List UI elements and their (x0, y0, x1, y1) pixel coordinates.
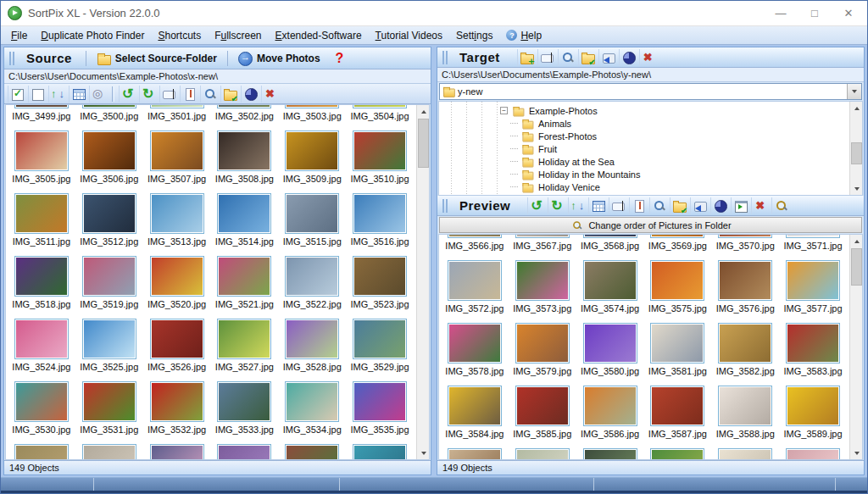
rename-button[interactable] (609, 197, 627, 214)
import-arrow-button[interactable] (598, 49, 617, 66)
photo-thumbnail[interactable] (786, 386, 840, 426)
photo-thumbnail[interactable] (217, 256, 271, 297)
photo-thumbnail[interactable] (786, 448, 840, 459)
photo-thumbnail[interactable] (718, 235, 772, 238)
drag-grip[interactable] (442, 199, 448, 213)
photo-thumbnail[interactable] (650, 386, 704, 426)
photo-thumbnail[interactable] (353, 444, 407, 459)
source-scrollbar[interactable] (416, 105, 429, 459)
sort-arrows-button[interactable] (568, 197, 587, 214)
photo-thumbnail[interactable] (515, 386, 570, 426)
photo-thumbnail[interactable] (82, 105, 136, 108)
file-info-button[interactable] (629, 197, 648, 214)
folder-check-button[interactable] (578, 49, 597, 66)
photo-thumbnail[interactable] (718, 448, 772, 459)
search-button[interactable] (200, 86, 219, 103)
tree-item-fruit[interactable]: Fruit (439, 142, 849, 155)
scrollbar-thumb[interactable] (851, 248, 862, 286)
menu-item-fullscreen[interactable]: Fullscreen (208, 28, 268, 43)
photo-thumbnail[interactable] (353, 319, 407, 359)
chevron-down-icon[interactable] (847, 84, 861, 99)
photo-thumbnail[interactable] (718, 386, 772, 426)
rotate-right-button[interactable] (139, 86, 158, 103)
scroll-up-icon[interactable] (850, 235, 863, 247)
photo-thumbnail[interactable] (150, 319, 204, 359)
checkbox-unchecked-button[interactable] (28, 86, 47, 103)
checkbox-checked-button[interactable] (8, 86, 26, 103)
tree-item-holiday-at-the-sea[interactable]: Holiday at the Sea (439, 155, 849, 168)
target-folder-select[interactable]: y-new (439, 83, 862, 100)
tree-item-holiday-venice[interactable]: Holiday Venice (439, 180, 849, 193)
tree-item-sport-photos[interactable]: Sport-Photos (439, 193, 849, 196)
delete-button[interactable] (751, 197, 770, 214)
photo-thumbnail[interactable] (150, 444, 204, 459)
close-button[interactable]: ✕ (832, 3, 865, 25)
photo-thumbnail[interactable] (786, 235, 840, 238)
photo-thumbnail[interactable] (515, 260, 570, 301)
spiral-button[interactable] (89, 86, 108, 103)
photo-thumbnail[interactable] (285, 256, 339, 297)
photo-thumbnail[interactable] (583, 323, 637, 364)
rotate-left-button[interactable] (119, 86, 137, 103)
move-photos-button[interactable]: Move Photos (233, 50, 326, 67)
scroll-up-icon[interactable] (417, 105, 430, 118)
photo-thumbnail[interactable] (14, 256, 69, 297)
scroll-up-icon[interactable] (850, 102, 863, 114)
pie-chart-button[interactable] (241, 86, 259, 103)
photo-thumbnail[interactable] (515, 448, 570, 459)
photo-thumbnail[interactable] (353, 105, 407, 108)
photo-thumbnail[interactable] (14, 319, 69, 359)
menu-item-duplicate-photo-finder[interactable]: Duplicate Photo Finder (34, 28, 151, 43)
file-info-button[interactable] (180, 86, 198, 103)
delete-button[interactable] (639, 49, 658, 66)
photo-thumbnail[interactable] (14, 444, 69, 459)
photo-thumbnail[interactable] (448, 386, 502, 426)
photo-thumbnail[interactable] (515, 235, 570, 238)
photo-thumbnail[interactable] (14, 381, 69, 422)
photo-thumbnail[interactable] (217, 319, 271, 359)
tree-item-example-photos[interactable]: −Example-Photos (439, 104, 849, 117)
photo-thumbnail[interactable] (786, 323, 840, 364)
rotate-left-button[interactable] (527, 197, 546, 214)
photo-thumbnail[interactable] (14, 105, 69, 108)
menu-item-help[interactable]: ?Help (499, 28, 548, 43)
photo-thumbnail[interactable] (583, 386, 637, 426)
zoom-order-button[interactable] (771, 197, 790, 214)
scroll-down-icon[interactable] (417, 447, 430, 459)
tree-item-forest-photos[interactable]: Forest-Photos (439, 130, 849, 142)
photo-thumbnail[interactable] (14, 130, 69, 171)
photo-thumbnail[interactable] (82, 130, 136, 171)
pie-chart-button[interactable] (619, 49, 637, 66)
tree-item-holiday-in-the-mountains[interactable]: Holiday in the Mountains (439, 168, 849, 180)
photo-thumbnail[interactable] (583, 260, 637, 301)
photo-thumbnail[interactable] (650, 323, 704, 364)
grid-view-button[interactable] (588, 197, 607, 214)
photo-thumbnail[interactable] (448, 235, 502, 238)
photo-thumbnail[interactable] (650, 448, 704, 459)
photo-thumbnail[interactable] (82, 256, 136, 297)
photo-thumbnail[interactable] (353, 130, 407, 171)
photo-thumbnail[interactable] (82, 319, 136, 359)
scroll-down-icon[interactable] (850, 182, 863, 195)
photo-thumbnail[interactable] (217, 105, 271, 108)
photo-thumbnail[interactable] (650, 235, 704, 238)
photo-thumbnail[interactable] (82, 444, 136, 459)
rename-button[interactable] (537, 49, 556, 66)
photo-thumbnail[interactable] (285, 193, 339, 234)
menu-item-extended-software[interactable]: Extended-Software (269, 28, 369, 43)
maximize-button[interactable]: □ (798, 3, 832, 25)
slideshow-button[interactable] (731, 197, 749, 214)
menu-item-settings[interactable]: Settings (449, 28, 499, 43)
minimize-button[interactable]: — (764, 3, 798, 25)
select-source-folder-button[interactable]: Select Source-Folder (92, 50, 222, 67)
photo-thumbnail[interactable] (285, 130, 339, 171)
photo-thumbnail[interactable] (150, 193, 204, 234)
tree-scrollbar[interactable] (849, 102, 862, 195)
photo-thumbnail[interactable] (718, 260, 772, 301)
scrollbar-thumb[interactable] (851, 142, 862, 164)
photo-thumbnail[interactable] (583, 448, 637, 459)
photo-thumbnail[interactable] (217, 381, 271, 422)
grid-view-button[interactable] (69, 86, 87, 103)
photo-thumbnail[interactable] (718, 323, 772, 364)
search-button[interactable] (649, 197, 668, 214)
